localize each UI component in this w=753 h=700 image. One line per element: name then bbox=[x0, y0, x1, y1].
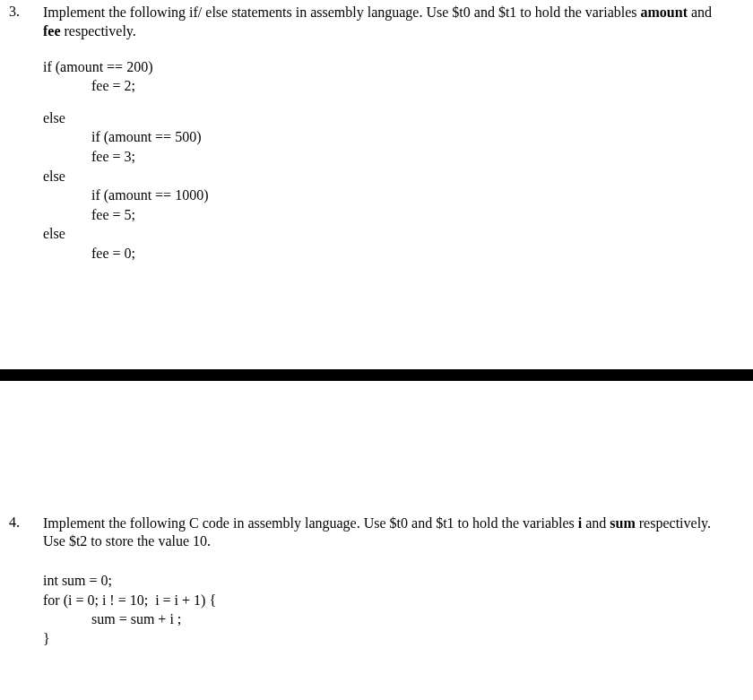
question-3-prompt: Implement the following if/ else stateme… bbox=[43, 4, 753, 45]
q3-bold-1: amount bbox=[641, 4, 688, 20]
question-3-number: 3. bbox=[0, 4, 43, 20]
q3-code-line-2: fee = 2; bbox=[43, 76, 753, 96]
q3-code-line-8: fee = 5; bbox=[43, 205, 753, 225]
q3-code-line-3: else bbox=[43, 108, 753, 128]
question-3-code: if (amount == 200) fee = 2; else if (amo… bbox=[43, 57, 753, 264]
spacer bbox=[0, 264, 753, 369]
question-3-header: 3. Implement the following if/ else stat… bbox=[0, 4, 753, 45]
q3-text-1: Implement the following if/ else stateme… bbox=[43, 4, 641, 20]
q3-code-line-4: if (amount == 500) bbox=[43, 127, 753, 147]
q3-code-line-7: if (amount == 1000) bbox=[43, 186, 753, 205]
question-4-code: int sum = 0; for (i = 0; i ! = 10; i = i… bbox=[43, 571, 753, 648]
q3-text-2: and bbox=[688, 4, 712, 20]
q3-code-line-10: fee = 0; bbox=[43, 244, 753, 264]
q4-text-1: Implement the following C code in assemb… bbox=[43, 515, 578, 531]
question-4-prompt: Implement the following C code in assemb… bbox=[43, 514, 753, 556]
q3-code-line-9: else bbox=[43, 224, 753, 244]
q4-bold-2: sum bbox=[610, 515, 635, 531]
question-4-prompt-text: Implement the following C code in assemb… bbox=[43, 514, 726, 552]
q4-code-line-1: int sum = 0; bbox=[43, 571, 753, 591]
question-4-number: 4. bbox=[0, 514, 43, 531]
q3-text-3: respectively. bbox=[61, 23, 136, 39]
spacer bbox=[43, 96, 753, 108]
q3-code-line-1: if (amount == 200) bbox=[43, 57, 753, 77]
page-divider bbox=[0, 369, 753, 381]
question-3: 3. Implement the following if/ else stat… bbox=[0, 0, 753, 264]
q4-code-line-4: } bbox=[43, 629, 753, 649]
q3-bold-2: fee bbox=[43, 23, 61, 39]
question-4-header: 4. Implement the following C code in ass… bbox=[0, 514, 753, 556]
q4-code-line-2: for (i = 0; i ! = 10; i = i + 1) { bbox=[43, 591, 753, 610]
spacer bbox=[0, 381, 753, 511]
question-3-prompt-text: Implement the following if/ else stateme… bbox=[43, 4, 726, 41]
page: 3. Implement the following if/ else stat… bbox=[0, 0, 753, 649]
q3-code-line-6: else bbox=[43, 167, 753, 186]
q4-code-line-3: sum = sum + i ; bbox=[43, 609, 753, 629]
q3-code-line-5: fee = 3; bbox=[43, 147, 753, 167]
question-4: 4. Implement the following C code in ass… bbox=[0, 511, 753, 649]
q4-text-2: and bbox=[582, 515, 610, 531]
